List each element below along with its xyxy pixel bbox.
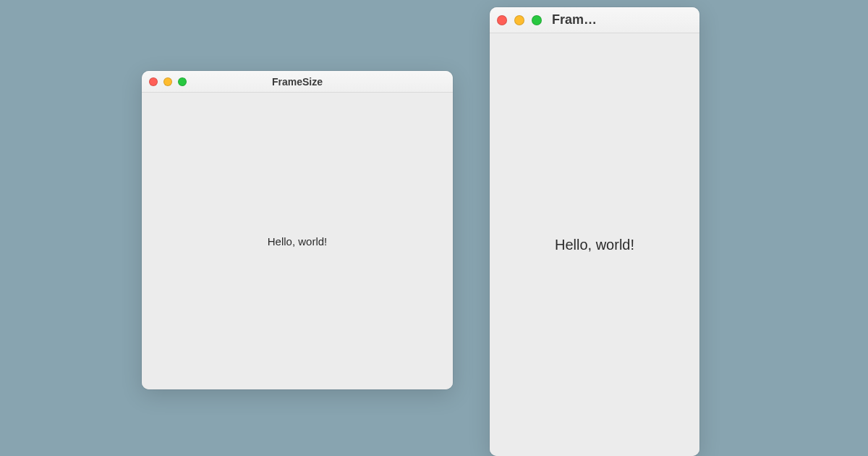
- close-icon[interactable]: [497, 15, 507, 25]
- fullscreen-icon[interactable]: [532, 15, 542, 25]
- titlebar-right[interactable]: Fram…: [490, 7, 699, 33]
- fullscreen-icon[interactable]: [178, 77, 187, 86]
- titlebar-left[interactable]: FrameSize: [142, 71, 453, 93]
- content-text-right: Hello, world!: [555, 237, 634, 253]
- window-title-left: FrameSize: [142, 76, 453, 88]
- close-icon[interactable]: [149, 77, 158, 86]
- minimize-icon[interactable]: [163, 77, 172, 86]
- traffic-lights-right: [497, 15, 542, 25]
- window-right: Fram… Hello, world!: [490, 7, 699, 456]
- window-content-left: Hello, world!: [142, 93, 453, 389]
- window-left: FrameSize Hello, world!: [142, 71, 453, 389]
- window-content-right: Hello, world!: [490, 33, 699, 456]
- content-text-left: Hello, world!: [268, 235, 328, 248]
- window-title-right: Fram…: [552, 12, 597, 28]
- minimize-icon[interactable]: [514, 15, 524, 25]
- traffic-lights-left: [149, 77, 187, 86]
